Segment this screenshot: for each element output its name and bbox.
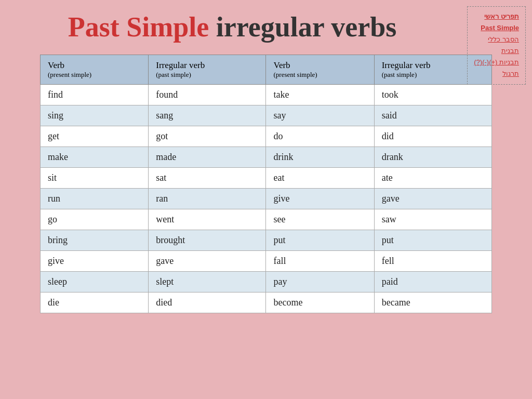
table-cell: see bbox=[266, 209, 374, 230]
nav-item-past-simple[interactable]: Past Simple bbox=[474, 22, 519, 34]
table-cell: became bbox=[374, 292, 491, 313]
table-cell: make bbox=[41, 147, 149, 167]
table-cell: die bbox=[41, 292, 149, 313]
table-row: findfoundtaketook bbox=[41, 84, 492, 105]
table-cell: give bbox=[41, 250, 149, 271]
table-row: getgotdodid bbox=[41, 126, 492, 147]
table-cell: give bbox=[266, 188, 374, 209]
table-cell: got bbox=[149, 126, 266, 147]
table-cell: put bbox=[266, 230, 374, 250]
header-irregular-past: Irregular verb (past simple) bbox=[149, 55, 266, 84]
table-cell: sing bbox=[41, 105, 149, 126]
table-row: bringbroughtputput bbox=[41, 230, 492, 250]
table-row: runrangivegave bbox=[41, 188, 492, 209]
table-cell: took bbox=[374, 84, 491, 105]
table-cell: ran bbox=[149, 188, 266, 209]
table-row: singsangsaysaid bbox=[41, 105, 492, 126]
title-area: Past Simple irregular verbs bbox=[16, 10, 516, 44]
nav-item-general[interactable]: הסבר כללי bbox=[474, 34, 519, 45]
table-cell: find bbox=[41, 84, 149, 105]
page-title: Past Simple irregular verbs bbox=[16, 10, 449, 44]
table-cell: gave bbox=[149, 250, 266, 271]
table-cell: drink bbox=[266, 147, 374, 167]
header-verb-present-2: Verb (present simple) bbox=[266, 55, 374, 84]
table-cell: fell bbox=[374, 250, 491, 271]
table-row: sleepsleptpaypaid bbox=[41, 271, 492, 292]
table-cell: sat bbox=[149, 167, 266, 188]
table-cell: did bbox=[374, 126, 491, 147]
nav-item-practice[interactable]: תרגול bbox=[474, 68, 519, 79]
table-cell: take bbox=[266, 84, 374, 105]
nav-item-main[interactable]: תפריט ראשי bbox=[474, 11, 519, 22]
table-cell: made bbox=[149, 147, 266, 167]
table-cell: pay bbox=[266, 271, 374, 292]
table-cell: paid bbox=[374, 271, 491, 292]
table-cell: found bbox=[149, 84, 266, 105]
table-cell: gave bbox=[374, 188, 491, 209]
table-cell: do bbox=[266, 126, 374, 147]
table-cell: put bbox=[374, 230, 491, 250]
table-cell: go bbox=[41, 209, 149, 230]
table-cell: drank bbox=[374, 147, 491, 167]
table-cell: run bbox=[41, 188, 149, 209]
table-cell: ate bbox=[374, 167, 491, 188]
table-cell: sleep bbox=[41, 271, 149, 292]
verbs-table: Verb (present simple) Irregular verb (pa… bbox=[40, 55, 492, 313]
table-row: gowentseesaw bbox=[41, 209, 492, 230]
table-cell: become bbox=[266, 292, 374, 313]
table-cell: eat bbox=[266, 167, 374, 188]
title-irregular-verbs: irregular verbs bbox=[216, 11, 396, 43]
nav-item-patterns-full[interactable]: תבניות (+)(-)(?) bbox=[474, 57, 519, 68]
table-row: givegavefallfell bbox=[41, 250, 492, 271]
nav-item-pattern[interactable]: תבנית bbox=[474, 45, 519, 57]
table-cell: sit bbox=[41, 167, 149, 188]
table-cell: get bbox=[41, 126, 149, 147]
table-cell: saw bbox=[374, 209, 491, 230]
table-row: diediedbecomebecame bbox=[41, 292, 492, 313]
header-verb-present: Verb (present simple) bbox=[41, 55, 149, 84]
table-cell: said bbox=[374, 105, 491, 126]
table-cell: sang bbox=[149, 105, 266, 126]
table-cell: slept bbox=[149, 271, 266, 292]
navigation-box[interactable]: תפריט ראשי Past Simple הסבר כללי תבנית ת… bbox=[467, 6, 526, 85]
table-cell: bring bbox=[41, 230, 149, 250]
table-header-row: Verb (present simple) Irregular verb (pa… bbox=[41, 55, 492, 84]
table-cell: brought bbox=[149, 230, 266, 250]
table-row: makemadedrinkdrank bbox=[41, 147, 492, 167]
table-cell: went bbox=[149, 209, 266, 230]
table-row: sitsateatate bbox=[41, 167, 492, 188]
table-cell: fall bbox=[266, 250, 374, 271]
title-past-simple: Past Simple bbox=[68, 11, 209, 43]
table-cell: say bbox=[266, 105, 374, 126]
table-cell: died bbox=[149, 292, 266, 313]
